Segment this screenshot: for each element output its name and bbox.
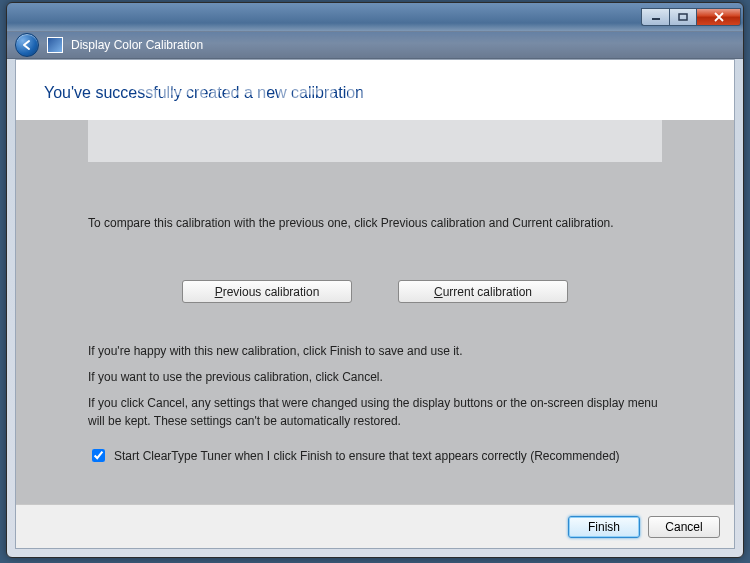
page-heading: You've successfully created a new calibr… xyxy=(16,60,734,120)
previous-calibration-button[interactable]: Previous calibration xyxy=(182,280,352,303)
close-button[interactable] xyxy=(697,8,741,26)
cancel-button[interactable]: Cancel xyxy=(648,516,720,538)
arrow-left-icon xyxy=(20,38,34,52)
calibration-button-row: Previous calibration Current calibration xyxy=(16,280,734,303)
current-calibration-button[interactable]: Current calibration xyxy=(398,280,568,303)
minimize-button[interactable] xyxy=(641,8,669,26)
cleartype-checkbox[interactable] xyxy=(92,449,105,462)
cleartype-option: Start ClearType Tuner when I click Finis… xyxy=(88,448,674,465)
finish-button[interactable]: Finish xyxy=(568,516,640,538)
cleartype-label[interactable]: Start ClearType Tuner when I click Finis… xyxy=(114,448,620,465)
preview-band xyxy=(88,120,662,162)
navigation-bar: Display Color Calibration xyxy=(7,31,743,59)
dialog-window: Display Color Calibration You've success… xyxy=(6,2,744,558)
titlebar xyxy=(7,3,743,31)
content-area: You've successfully created a new calibr… xyxy=(15,59,735,549)
main-panel: To compare this calibration with the pre… xyxy=(16,120,734,504)
cancel-note-text: If you click Cancel, any settings that w… xyxy=(88,394,674,430)
app-title: Display Color Calibration xyxy=(71,38,203,52)
happy-text: If you're happy with this new calibratio… xyxy=(88,342,674,360)
dialog-footer: Finish Cancel xyxy=(16,504,734,548)
svg-rect-0 xyxy=(652,18,660,20)
back-button[interactable] xyxy=(15,33,39,57)
svg-rect-1 xyxy=(679,14,687,20)
compare-instruction: To compare this calibration with the pre… xyxy=(88,214,674,232)
app-icon xyxy=(47,37,63,53)
use-previous-text: If you want to use the previous calibrat… xyxy=(88,368,674,386)
maximize-button[interactable] xyxy=(669,8,697,26)
